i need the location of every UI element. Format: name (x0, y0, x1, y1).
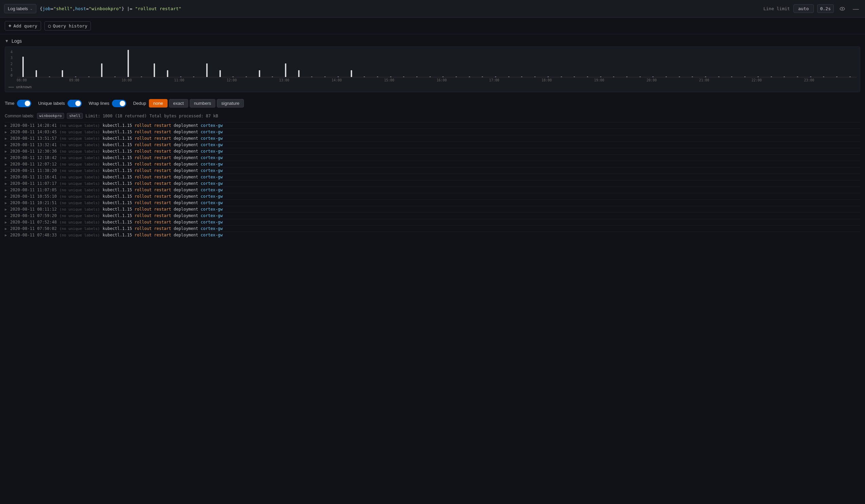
log-row[interactable]: ▶2020-08-11 07:52:48(no unique labels)ku… (5, 219, 860, 225)
chart-bar-column (30, 50, 43, 77)
log-unique-labels: (no unique labels) (59, 143, 102, 147)
clock-icon: ◯ (48, 23, 51, 28)
chart-bar-column (686, 50, 699, 77)
log-content: kubectl.1.15 rollout restart deployment … (103, 123, 861, 128)
log-timestamp: 2020-08-11 10:21:51 (10, 200, 59, 205)
chart-bar-column (82, 50, 95, 77)
chart-bar-column (56, 50, 69, 77)
dedup-signature-button[interactable]: signature (217, 99, 244, 107)
expand-icon[interactable]: ▶ (5, 188, 10, 192)
chart-bar-column (699, 50, 712, 77)
log-timestamp: 2020-08-11 12:18:42 (10, 155, 59, 160)
log-timestamp: 2020-08-11 12:30:36 (10, 149, 59, 154)
log-labels-button[interactable]: Log labels ⌄ (4, 4, 36, 13)
log-row[interactable]: ▶2020-08-11 10:21:51(no unique labels)ku… (5, 199, 860, 206)
chart-x-label: 17:00 (489, 78, 542, 82)
log-timestamp: 2020-08-11 11:07:17 (10, 181, 59, 186)
log-row[interactable]: ▶2020-08-11 13:51:57(no unique labels)ku… (5, 135, 860, 141)
log-timestamp: 2020-08-11 14:28:41 (10, 123, 59, 128)
line-limit-input[interactable]: auto (793, 4, 814, 13)
expand-icon[interactable]: ▶ (5, 207, 10, 212)
chart-bar (403, 77, 404, 77)
chart-bar-column (384, 50, 397, 77)
dedup-exact-button[interactable]: exact (169, 99, 188, 107)
log-row[interactable]: ▶2020-08-11 11:38:20(no unique labels)ku… (5, 167, 860, 174)
dedup-none-button[interactable]: none (149, 99, 168, 107)
log-timestamp: 2020-08-11 13:51:57 (10, 136, 59, 141)
eye-icon-button[interactable] (837, 4, 847, 13)
query-history-button[interactable]: ◯ Query history (44, 21, 91, 31)
log-row[interactable]: ▶2020-08-11 11:07:17(no unique labels)ku… (5, 180, 860, 187)
expand-icon[interactable]: ▶ (5, 175, 10, 179)
expand-icon[interactable]: ▶ (5, 156, 10, 160)
chart-bar-column (778, 50, 791, 77)
log-unique-labels: (no unique labels) (59, 188, 102, 192)
chart-bar-column (804, 50, 817, 77)
dedup-numbers-button[interactable]: numbers (189, 99, 216, 107)
chart-bar (167, 70, 168, 77)
log-row[interactable]: ▶2020-08-11 07:59:20(no unique labels)ku… (5, 212, 860, 219)
expand-icon[interactable]: ▶ (5, 194, 10, 199)
expand-icon[interactable]: ▶ (5, 201, 10, 205)
chart-bar (718, 77, 719, 77)
query-display[interactable]: {job="shell",host="winbookpro"} |= "roll… (40, 6, 760, 11)
chart-bar-column (515, 50, 529, 77)
label-badge-shell[interactable]: shell (67, 113, 83, 119)
expand-icon[interactable]: ▶ (5, 168, 10, 173)
log-timestamp: 2020-08-11 10:55:10 (10, 194, 59, 199)
expand-icon[interactable]: ▶ (5, 143, 10, 147)
chart-bar-column (411, 50, 424, 77)
log-row[interactable]: ▶2020-08-11 12:07:12(no unique labels)ku… (5, 161, 860, 167)
expand-icon[interactable]: ▶ (5, 214, 10, 218)
time-toggle[interactable] (17, 100, 31, 107)
add-query-button[interactable]: + Add query (5, 21, 41, 31)
chart-bar-column (555, 50, 568, 77)
log-row[interactable]: ▶2020-08-11 07:48:33(no unique labels)ku… (5, 232, 860, 238)
expand-icon[interactable]: ▶ (5, 233, 10, 237)
log-row[interactable]: ▶2020-08-11 14:03:45(no unique labels)ku… (5, 129, 860, 135)
log-timestamp: 2020-08-11 07:50:02 (10, 226, 59, 231)
chart-bar (128, 50, 129, 77)
chart-bar (62, 70, 63, 77)
expand-icon[interactable]: ▶ (5, 124, 10, 128)
logs-section-header[interactable]: ▼ Logs (5, 34, 860, 46)
log-row[interactable]: ▶2020-08-11 12:30:36(no unique labels)ku… (5, 148, 860, 154)
chart-bar (469, 77, 470, 77)
minus-icon-button[interactable]: — (851, 4, 861, 13)
log-row[interactable]: ▶2020-08-11 11:07:05(no unique labels)ku… (5, 187, 860, 193)
chart-container: 4 3 2 1 0 08:0009:0010:0011:0012:0013:00… (5, 46, 860, 92)
log-row[interactable]: ▶2020-08-11 11:16:41(no unique labels)ku… (5, 174, 860, 180)
log-row[interactable]: ▶2020-08-11 10:55:10(no unique labels)ku… (5, 193, 860, 199)
wrap-lines-toggle[interactable] (112, 100, 126, 107)
chart-bar-column (174, 50, 187, 77)
chart-bar-column (423, 50, 437, 77)
chart-bar-column (620, 50, 634, 77)
log-row[interactable]: ▶2020-08-11 08:11:12(no unique labels)ku… (5, 206, 860, 212)
legend-line (9, 87, 14, 87)
label-badge-winbookpro[interactable]: winbookpro (37, 113, 64, 119)
chart-x-label: 11:00 (174, 78, 227, 82)
chart-x-label: 15:00 (384, 78, 437, 82)
chart-bar (744, 77, 746, 77)
log-unique-labels: (no unique labels) (59, 201, 102, 205)
expand-icon[interactable]: ▶ (5, 149, 10, 154)
chart-x-label: 18:00 (542, 78, 594, 82)
expand-icon[interactable]: ▶ (5, 220, 10, 224)
unique-labels-control: Unique labels (38, 100, 82, 107)
expand-icon[interactable]: ▶ (5, 181, 10, 186)
chart-x-label: 20:00 (647, 78, 699, 82)
chart-x-label: 10:00 (122, 78, 174, 82)
legend-label: unknown (16, 85, 32, 89)
log-row[interactable]: ▶2020-08-11 12:18:42(no unique labels)ku… (5, 154, 860, 161)
unique-labels-toggle[interactable] (68, 100, 82, 107)
expand-icon[interactable]: ▶ (5, 130, 10, 134)
time-control: Time (5, 100, 31, 107)
log-row[interactable]: ▶2020-08-11 14:28:41(no unique labels)ku… (5, 122, 860, 129)
log-row[interactable]: ▶2020-08-11 13:32:41(no unique labels)ku… (5, 141, 860, 148)
expand-icon[interactable]: ▶ (5, 162, 10, 166)
log-row[interactable]: ▶2020-08-11 07:50:02(no unique labels)ku… (5, 225, 860, 232)
expand-icon[interactable]: ▶ (5, 136, 10, 141)
log-content: kubectl.1.15 rollout restart deployment … (103, 188, 861, 192)
expand-icon[interactable]: ▶ (5, 226, 10, 231)
unique-labels-label: Unique labels (38, 101, 65, 106)
